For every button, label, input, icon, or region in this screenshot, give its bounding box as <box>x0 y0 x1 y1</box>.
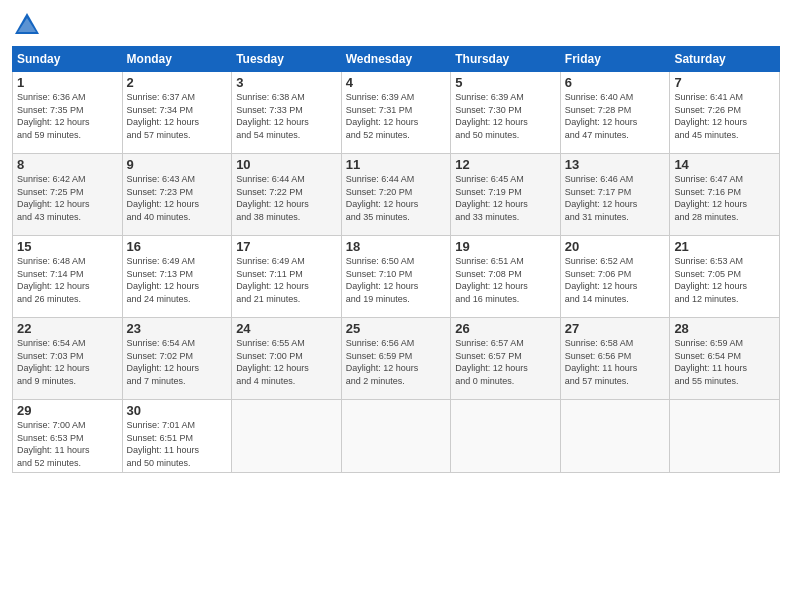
day-cell <box>232 400 342 473</box>
week-row-5: 29Sunrise: 7:00 AM Sunset: 6:53 PM Dayli… <box>13 400 780 473</box>
day-number: 26 <box>455 321 556 336</box>
day-info: Sunrise: 6:39 AM Sunset: 7:31 PM Dayligh… <box>346 91 447 141</box>
day-info: Sunrise: 6:55 AM Sunset: 7:00 PM Dayligh… <box>236 337 337 387</box>
day-number: 2 <box>127 75 228 90</box>
weekday-saturday: Saturday <box>670 47 780 72</box>
day-info: Sunrise: 6:36 AM Sunset: 7:35 PM Dayligh… <box>17 91 118 141</box>
day-number: 4 <box>346 75 447 90</box>
day-number: 8 <box>17 157 118 172</box>
day-cell: 21Sunrise: 6:53 AM Sunset: 7:05 PM Dayli… <box>670 236 780 318</box>
day-number: 23 <box>127 321 228 336</box>
day-cell: 19Sunrise: 6:51 AM Sunset: 7:08 PM Dayli… <box>451 236 561 318</box>
day-cell: 28Sunrise: 6:59 AM Sunset: 6:54 PM Dayli… <box>670 318 780 400</box>
day-info: Sunrise: 6:42 AM Sunset: 7:25 PM Dayligh… <box>17 173 118 223</box>
day-number: 17 <box>236 239 337 254</box>
day-info: Sunrise: 6:54 AM Sunset: 7:02 PM Dayligh… <box>127 337 228 387</box>
day-number: 15 <box>17 239 118 254</box>
day-info: Sunrise: 6:51 AM Sunset: 7:08 PM Dayligh… <box>455 255 556 305</box>
day-cell <box>560 400 670 473</box>
day-cell: 12Sunrise: 6:45 AM Sunset: 7:19 PM Dayli… <box>451 154 561 236</box>
day-cell: 3Sunrise: 6:38 AM Sunset: 7:33 PM Daylig… <box>232 72 342 154</box>
day-cell: 24Sunrise: 6:55 AM Sunset: 7:00 PM Dayli… <box>232 318 342 400</box>
day-cell: 20Sunrise: 6:52 AM Sunset: 7:06 PM Dayli… <box>560 236 670 318</box>
day-number: 7 <box>674 75 775 90</box>
day-cell: 6Sunrise: 6:40 AM Sunset: 7:28 PM Daylig… <box>560 72 670 154</box>
day-info: Sunrise: 7:00 AM Sunset: 6:53 PM Dayligh… <box>17 419 118 469</box>
week-row-4: 22Sunrise: 6:54 AM Sunset: 7:03 PM Dayli… <box>13 318 780 400</box>
day-info: Sunrise: 6:48 AM Sunset: 7:14 PM Dayligh… <box>17 255 118 305</box>
day-number: 30 <box>127 403 228 418</box>
day-number: 25 <box>346 321 447 336</box>
weekday-sunday: Sunday <box>13 47 123 72</box>
day-info: Sunrise: 6:59 AM Sunset: 6:54 PM Dayligh… <box>674 337 775 387</box>
day-info: Sunrise: 6:50 AM Sunset: 7:10 PM Dayligh… <box>346 255 447 305</box>
weekday-friday: Friday <box>560 47 670 72</box>
day-info: Sunrise: 6:45 AM Sunset: 7:19 PM Dayligh… <box>455 173 556 223</box>
day-cell: 27Sunrise: 6:58 AM Sunset: 6:56 PM Dayli… <box>560 318 670 400</box>
weekday-header-row: SundayMondayTuesdayWednesdayThursdayFrid… <box>13 47 780 72</box>
day-info: Sunrise: 6:53 AM Sunset: 7:05 PM Dayligh… <box>674 255 775 305</box>
week-row-1: 1Sunrise: 6:36 AM Sunset: 7:35 PM Daylig… <box>13 72 780 154</box>
day-cell: 17Sunrise: 6:49 AM Sunset: 7:11 PM Dayli… <box>232 236 342 318</box>
week-row-3: 15Sunrise: 6:48 AM Sunset: 7:14 PM Dayli… <box>13 236 780 318</box>
day-cell: 7Sunrise: 6:41 AM Sunset: 7:26 PM Daylig… <box>670 72 780 154</box>
day-info: Sunrise: 7:01 AM Sunset: 6:51 PM Dayligh… <box>127 419 228 469</box>
logo <box>12 10 46 40</box>
day-number: 29 <box>17 403 118 418</box>
day-number: 10 <box>236 157 337 172</box>
logo-icon <box>12 10 42 40</box>
day-info: Sunrise: 6:49 AM Sunset: 7:13 PM Dayligh… <box>127 255 228 305</box>
day-info: Sunrise: 6:57 AM Sunset: 6:57 PM Dayligh… <box>455 337 556 387</box>
day-info: Sunrise: 6:49 AM Sunset: 7:11 PM Dayligh… <box>236 255 337 305</box>
weekday-monday: Monday <box>122 47 232 72</box>
day-info: Sunrise: 6:37 AM Sunset: 7:34 PM Dayligh… <box>127 91 228 141</box>
day-number: 3 <box>236 75 337 90</box>
day-number: 1 <box>17 75 118 90</box>
day-info: Sunrise: 6:52 AM Sunset: 7:06 PM Dayligh… <box>565 255 666 305</box>
weekday-wednesday: Wednesday <box>341 47 451 72</box>
day-number: 12 <box>455 157 556 172</box>
day-number: 19 <box>455 239 556 254</box>
day-cell: 13Sunrise: 6:46 AM Sunset: 7:17 PM Dayli… <box>560 154 670 236</box>
weekday-thursday: Thursday <box>451 47 561 72</box>
day-number: 6 <box>565 75 666 90</box>
day-cell: 5Sunrise: 6:39 AM Sunset: 7:30 PM Daylig… <box>451 72 561 154</box>
day-info: Sunrise: 6:43 AM Sunset: 7:23 PM Dayligh… <box>127 173 228 223</box>
day-info: Sunrise: 6:54 AM Sunset: 7:03 PM Dayligh… <box>17 337 118 387</box>
calendar-table: SundayMondayTuesdayWednesdayThursdayFrid… <box>12 46 780 473</box>
day-cell: 23Sunrise: 6:54 AM Sunset: 7:02 PM Dayli… <box>122 318 232 400</box>
day-number: 14 <box>674 157 775 172</box>
page-container: SundayMondayTuesdayWednesdayThursdayFrid… <box>0 0 792 481</box>
day-cell: 2Sunrise: 6:37 AM Sunset: 7:34 PM Daylig… <box>122 72 232 154</box>
day-info: Sunrise: 6:41 AM Sunset: 7:26 PM Dayligh… <box>674 91 775 141</box>
day-info: Sunrise: 6:44 AM Sunset: 7:20 PM Dayligh… <box>346 173 447 223</box>
day-cell: 16Sunrise: 6:49 AM Sunset: 7:13 PM Dayli… <box>122 236 232 318</box>
day-cell: 22Sunrise: 6:54 AM Sunset: 7:03 PM Dayli… <box>13 318 123 400</box>
day-cell: 25Sunrise: 6:56 AM Sunset: 6:59 PM Dayli… <box>341 318 451 400</box>
day-cell: 10Sunrise: 6:44 AM Sunset: 7:22 PM Dayli… <box>232 154 342 236</box>
day-number: 13 <box>565 157 666 172</box>
day-number: 9 <box>127 157 228 172</box>
day-cell: 9Sunrise: 6:43 AM Sunset: 7:23 PM Daylig… <box>122 154 232 236</box>
day-number: 28 <box>674 321 775 336</box>
day-cell <box>341 400 451 473</box>
day-cell: 30Sunrise: 7:01 AM Sunset: 6:51 PM Dayli… <box>122 400 232 473</box>
day-info: Sunrise: 6:47 AM Sunset: 7:16 PM Dayligh… <box>674 173 775 223</box>
day-info: Sunrise: 6:44 AM Sunset: 7:22 PM Dayligh… <box>236 173 337 223</box>
day-cell: 15Sunrise: 6:48 AM Sunset: 7:14 PM Dayli… <box>13 236 123 318</box>
day-number: 24 <box>236 321 337 336</box>
header <box>12 10 780 40</box>
day-cell: 14Sunrise: 6:47 AM Sunset: 7:16 PM Dayli… <box>670 154 780 236</box>
day-info: Sunrise: 6:40 AM Sunset: 7:28 PM Dayligh… <box>565 91 666 141</box>
day-info: Sunrise: 6:58 AM Sunset: 6:56 PM Dayligh… <box>565 337 666 387</box>
day-cell: 26Sunrise: 6:57 AM Sunset: 6:57 PM Dayli… <box>451 318 561 400</box>
day-info: Sunrise: 6:56 AM Sunset: 6:59 PM Dayligh… <box>346 337 447 387</box>
day-cell: 8Sunrise: 6:42 AM Sunset: 7:25 PM Daylig… <box>13 154 123 236</box>
day-number: 18 <box>346 239 447 254</box>
day-cell: 18Sunrise: 6:50 AM Sunset: 7:10 PM Dayli… <box>341 236 451 318</box>
day-cell: 1Sunrise: 6:36 AM Sunset: 7:35 PM Daylig… <box>13 72 123 154</box>
day-cell: 11Sunrise: 6:44 AM Sunset: 7:20 PM Dayli… <box>341 154 451 236</box>
day-info: Sunrise: 6:38 AM Sunset: 7:33 PM Dayligh… <box>236 91 337 141</box>
day-number: 16 <box>127 239 228 254</box>
day-cell <box>451 400 561 473</box>
